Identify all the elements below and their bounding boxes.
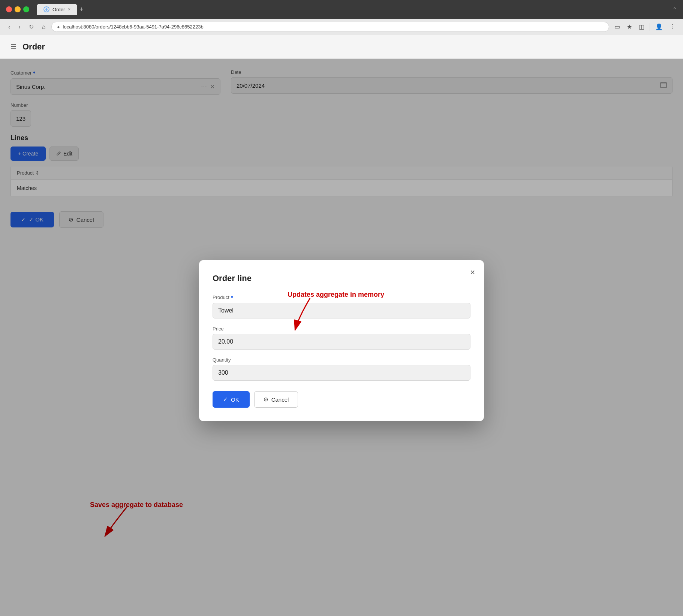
modal-footer: ✓ OK ⊘ Cancel: [213, 391, 470, 408]
refresh-button[interactable]: ↻: [27, 22, 36, 32]
forward-button[interactable]: ›: [16, 22, 22, 32]
modal-cancel-label: Cancel: [271, 396, 289, 403]
tab-close-button[interactable]: ×: [68, 7, 70, 12]
tab-favicon: [43, 6, 49, 12]
modal-product-input[interactable]: [213, 303, 470, 318]
tab-bar: Order × +: [37, 4, 670, 15]
extensions-button[interactable]: ◫: [637, 22, 646, 32]
secure-icon: ●: [57, 24, 60, 30]
home-button[interactable]: ⌂: [40, 22, 48, 32]
modal-product-required-dot: •: [231, 294, 233, 301]
menu-button[interactable]: ⋮: [668, 22, 677, 32]
new-tab-button[interactable]: +: [79, 6, 84, 13]
traffic-lights[interactable]: [6, 6, 29, 12]
modal-cancel-button[interactable]: ⊘ Cancel: [254, 391, 298, 408]
minimize-traffic-light[interactable]: [15, 6, 21, 12]
cast-button[interactable]: ▭: [613, 22, 622, 32]
modal-price-input[interactable]: [213, 334, 470, 350]
browser-expand: ⌃: [673, 6, 677, 12]
app-body: Customer • Sirius Corp. ⋯ ✕ Date 20/07/2…: [0, 59, 683, 616]
page-title: Order: [22, 42, 45, 52]
modal-quantity-input[interactable]: [213, 365, 470, 381]
maximize-traffic-light[interactable]: [23, 6, 29, 12]
hamburger-icon[interactable]: ☰: [10, 43, 16, 51]
back-button[interactable]: ‹: [6, 22, 12, 32]
active-tab[interactable]: Order ×: [37, 4, 77, 15]
tab-title: Order: [52, 7, 65, 12]
modal-overlay: Order line × Product • Price Quantity: [0, 59, 683, 616]
order-line-modal: Order line × Product • Price Quantity: [199, 260, 484, 421]
modal-product-group: Product •: [213, 294, 470, 318]
close-traffic-light[interactable]: [6, 6, 12, 12]
modal-quantity-label: Quantity: [213, 357, 470, 363]
browser-nav: ‹ › ↻ ⌂ ● localhost:8080/orders/1248cbb6…: [0, 19, 683, 35]
modal-price-label: Price: [213, 326, 470, 332]
modal-quantity-group: Quantity: [213, 357, 470, 381]
bookmark-button[interactable]: ★: [625, 22, 634, 32]
modal-price-group: Price: [213, 326, 470, 350]
app-header: ☰ Order: [0, 35, 683, 59]
modal-ok-button[interactable]: ✓ OK: [213, 391, 250, 408]
modal-cancel-icon: ⊘: [264, 396, 268, 403]
modal-ok-label: OK: [231, 396, 239, 403]
modal-product-label: Product •: [213, 294, 470, 301]
profile-button[interactable]: 👤: [654, 22, 664, 32]
address-bar[interactable]: ● localhost:8080/orders/1248cbb6-93aa-54…: [51, 22, 609, 32]
modal-ok-checkmark: ✓: [223, 396, 228, 403]
modal-close-button[interactable]: ×: [470, 268, 475, 277]
modal-title: Order line: [213, 274, 470, 283]
url-text: localhost:8080/orders/1248cbb6-93aa-5491…: [63, 24, 604, 30]
